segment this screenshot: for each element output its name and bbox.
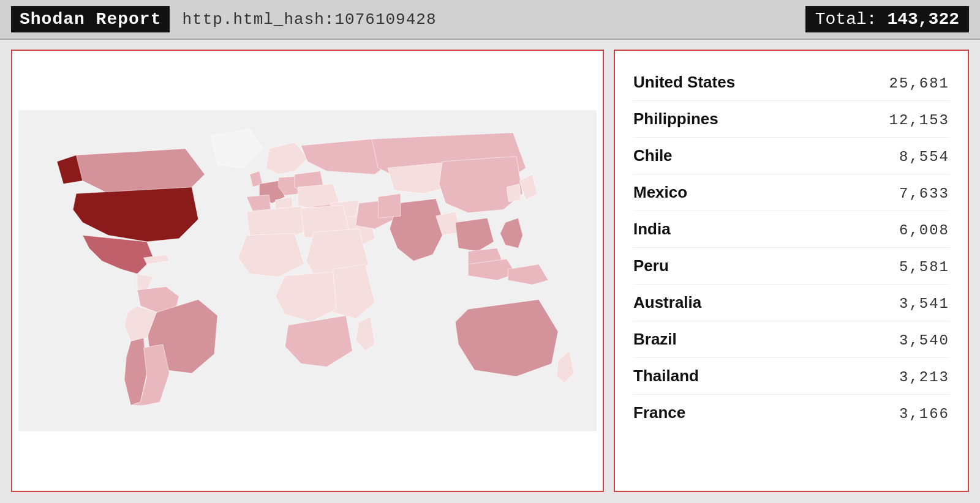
country-name: Mexico (633, 183, 687, 202)
country-count: 3,540 (899, 332, 949, 349)
map-panel: .country { stroke: #fff; stroke-width: 0… (11, 50, 604, 492)
world-map: .country { stroke: #fff; stroke-width: 0… (18, 110, 597, 431)
brand-label: Shodan Report (11, 6, 170, 32)
country-row: Australia3,541 (633, 285, 949, 321)
country-name: India (633, 220, 671, 239)
country-row: Peru5,581 (633, 248, 949, 285)
country-name: Peru (633, 256, 669, 275)
main-content: .country { stroke: #fff; stroke-width: 0… (0, 40, 980, 503)
country-count: 8,554 (899, 149, 949, 165)
country-row: Mexico7,633 (633, 174, 949, 211)
total-label: Total: 143,322 (805, 6, 969, 32)
country-row: France3,166 (633, 395, 949, 431)
country-count: 3,166 (899, 406, 949, 422)
country-panel: United States25,681Philippines12,153Chil… (614, 50, 969, 492)
country-count: 3,213 (899, 369, 949, 386)
country-name: Brazil (633, 330, 677, 349)
country-row: United States25,681 (633, 64, 949, 101)
country-row: India6,008 (633, 211, 949, 248)
country-row: Brazil3,540 (633, 321, 949, 358)
country-count: 25,681 (889, 75, 949, 92)
country-count: 6,008 (899, 222, 949, 239)
country-count: 7,633 (899, 185, 949, 202)
query-text: http.html_hash:1076109428 (182, 10, 793, 29)
country-row: Thailand3,213 (633, 358, 949, 395)
header: Shodan Report http.html_hash:1076109428 … (0, 0, 980, 40)
country-name: Philippines (633, 110, 718, 129)
country-name: France (633, 403, 685, 422)
country-count: 3,541 (899, 296, 949, 312)
total-prefix: Total: (815, 10, 877, 29)
country-row: Philippines12,153 (633, 101, 949, 138)
country-count: 5,581 (899, 259, 949, 275)
country-name: Chile (633, 146, 673, 165)
country-name: Thailand (633, 367, 699, 386)
country-count: 12,153 (889, 112, 949, 129)
country-row: Chile8,554 (633, 138, 949, 174)
total-value: 143,322 (887, 10, 959, 29)
country-name: Australia (633, 293, 701, 312)
country-name: United States (633, 73, 735, 92)
